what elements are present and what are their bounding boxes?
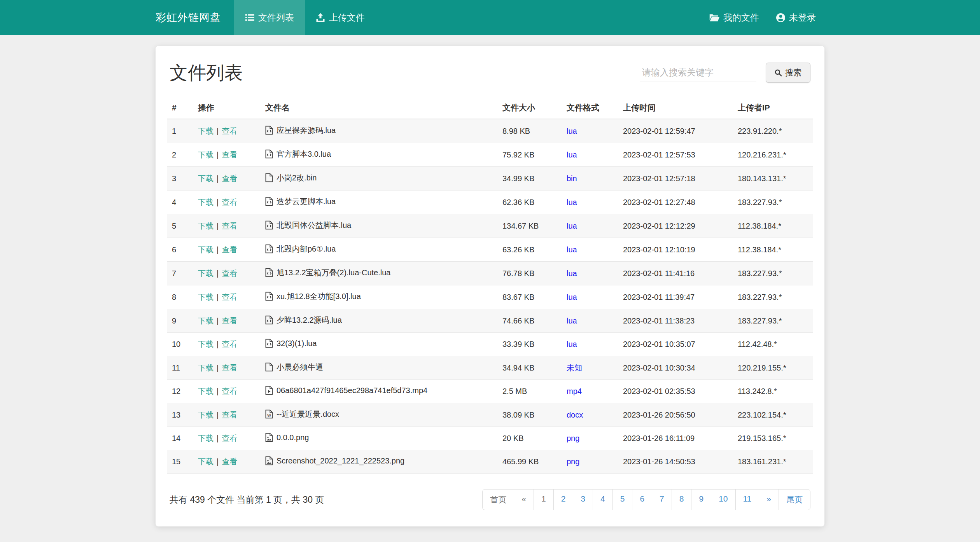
format-link[interactable]: bin	[567, 174, 577, 183]
row-index: 12	[167, 380, 193, 403]
file-code-icon	[265, 220, 273, 232]
download-link[interactable]: 下载	[198, 222, 214, 230]
file-icon	[265, 173, 273, 184]
row-uploader-ip: 113.242.8.*	[733, 380, 813, 403]
page-footer: Copyright © 2023 彩虹外链网盘 [本站空间由棉花云提供]	[0, 540, 980, 542]
upload-icon	[316, 13, 325, 22]
table-row: 11下载|查看小晨必须牛逼34.94 KB未知2023-02-01 10:30:…	[167, 356, 813, 380]
pagination-item[interactable]: 7	[652, 490, 672, 510]
view-link[interactable]: 查看	[222, 222, 237, 230]
nav-tabs: 文件列表 上传文件	[234, 0, 376, 35]
pagination-item[interactable]: 5	[613, 490, 633, 510]
format-link[interactable]: lua	[567, 222, 577, 230]
filename-text: Screenshot_2022_1221_222523.png	[276, 456, 404, 465]
view-link[interactable]: 查看	[222, 174, 237, 183]
table-row: 2下载|查看官方脚本3.0.lua75.92 KBlua2023-02-01 1…	[167, 143, 813, 167]
row-upload-time: 2023-02-01 12:59:47	[618, 119, 733, 143]
view-link[interactable]: 查看	[222, 364, 237, 372]
format-link[interactable]: lua	[567, 340, 577, 348]
search-button[interactable]: 搜索	[766, 63, 810, 83]
my-files-button[interactable]: 我的文件	[701, 0, 768, 35]
format-link[interactable]: 未知	[567, 364, 582, 372]
table-row: 4下载|查看造梦云更脚本.lua62.36 KBlua2023-02-01 12…	[167, 191, 813, 214]
view-link[interactable]: 查看	[222, 457, 237, 466]
download-link[interactable]: 下载	[198, 434, 214, 442]
pagination-item[interactable]: 尾页	[779, 490, 810, 510]
file-table-body: 1下载|查看应星裸奔源码.lua8.98 KBlua2023-02-01 12:…	[167, 119, 813, 474]
pagination-item[interactable]: »	[759, 490, 779, 510]
view-link[interactable]: 查看	[222, 340, 237, 348]
pagination-item[interactable]: 3	[573, 490, 593, 510]
pagination-item[interactable]: 4	[593, 490, 613, 510]
format-link[interactable]: lua	[567, 245, 577, 254]
row-operations: 下载|查看	[193, 191, 261, 214]
format-link[interactable]: mp4	[567, 387, 582, 395]
download-link[interactable]: 下载	[198, 269, 214, 278]
view-link[interactable]: 查看	[222, 150, 237, 159]
download-link[interactable]: 下载	[198, 457, 214, 466]
format-link[interactable]: lua	[567, 127, 577, 135]
format-link[interactable]: docx	[567, 411, 583, 419]
table-row: 9下载|查看夕眸13.2.2源码.lua74.66 KBlua2023-02-0…	[167, 309, 813, 333]
format-link[interactable]: png	[567, 457, 579, 466]
download-link[interactable]: 下载	[198, 245, 214, 254]
row-operations: 下载|查看	[193, 143, 261, 167]
brand[interactable]: 彩虹外链网盘	[156, 0, 221, 35]
operation-separator: |	[217, 174, 219, 183]
download-link[interactable]: 下载	[198, 387, 214, 395]
row-filesize: 465.99 KB	[498, 450, 562, 474]
pagination-item[interactable]: 8	[672, 490, 692, 510]
format-link[interactable]: lua	[567, 198, 577, 206]
tab-upload-file[interactable]: 上传文件	[305, 0, 376, 35]
pagination: 首页«1234567891011»尾页	[482, 489, 810, 510]
download-link[interactable]: 下载	[198, 150, 214, 159]
download-link[interactable]: 下载	[198, 316, 214, 325]
format-link[interactable]: lua	[567, 269, 577, 278]
view-link[interactable]: 查看	[222, 198, 237, 206]
pagination-item[interactable]: 2	[554, 490, 574, 510]
col-filename: 文件名	[261, 97, 498, 119]
login-status-button[interactable]: 未登录	[768, 0, 824, 35]
filename-text: 应星裸奔源码.lua	[276, 126, 336, 135]
row-format: lua	[562, 262, 618, 285]
pagination-item[interactable]: 11	[736, 490, 760, 510]
format-link[interactable]: lua	[567, 150, 577, 159]
download-link[interactable]: 下载	[198, 127, 214, 135]
row-filesize: 8.98 KB	[498, 119, 562, 143]
download-link[interactable]: 下载	[198, 340, 214, 348]
pagination-item[interactable]: 10	[711, 490, 735, 510]
download-link[interactable]: 下载	[198, 364, 214, 372]
view-link[interactable]: 查看	[222, 269, 237, 278]
format-link[interactable]: lua	[567, 316, 577, 325]
operation-separator: |	[217, 364, 219, 372]
download-link[interactable]: 下载	[198, 198, 214, 206]
row-operations: 下载|查看	[193, 238, 261, 262]
search-input[interactable]	[640, 63, 756, 82]
download-link[interactable]: 下载	[198, 174, 214, 183]
download-link[interactable]: 下载	[198, 293, 214, 301]
pagination-item[interactable]: 6	[632, 490, 652, 510]
row-uploader-ip: 112.38.184.*	[733, 238, 813, 262]
view-link[interactable]: 查看	[222, 387, 237, 395]
row-uploader-ip: 183.227.93.*	[733, 285, 813, 309]
operation-separator: |	[217, 269, 219, 278]
operation-separator: |	[217, 127, 219, 135]
row-format: lua	[562, 238, 618, 262]
view-link[interactable]: 查看	[222, 434, 237, 442]
tab-file-list[interactable]: 文件列表	[234, 0, 305, 35]
download-link[interactable]: 下载	[198, 411, 214, 419]
view-link[interactable]: 查看	[222, 127, 237, 135]
row-filesize: 134.67 KB	[498, 214, 562, 238]
row-upload-time: 2023-01-26 16:11:09	[618, 427, 733, 450]
format-link[interactable]: lua	[567, 293, 577, 301]
view-link[interactable]: 查看	[222, 293, 237, 301]
row-index: 4	[167, 191, 193, 214]
view-link[interactable]: 查看	[222, 316, 237, 325]
row-operations: 下载|查看	[193, 356, 261, 380]
filename-text: 0.0.0.png	[276, 433, 309, 442]
table-row: 3下载|查看小岗2改.bin34.99 KBbin2023-02-01 12:5…	[167, 167, 813, 191]
format-link[interactable]: png	[567, 434, 579, 442]
view-link[interactable]: 查看	[222, 245, 237, 254]
view-link[interactable]: 查看	[222, 411, 237, 419]
pagination-item[interactable]: 9	[691, 490, 711, 510]
